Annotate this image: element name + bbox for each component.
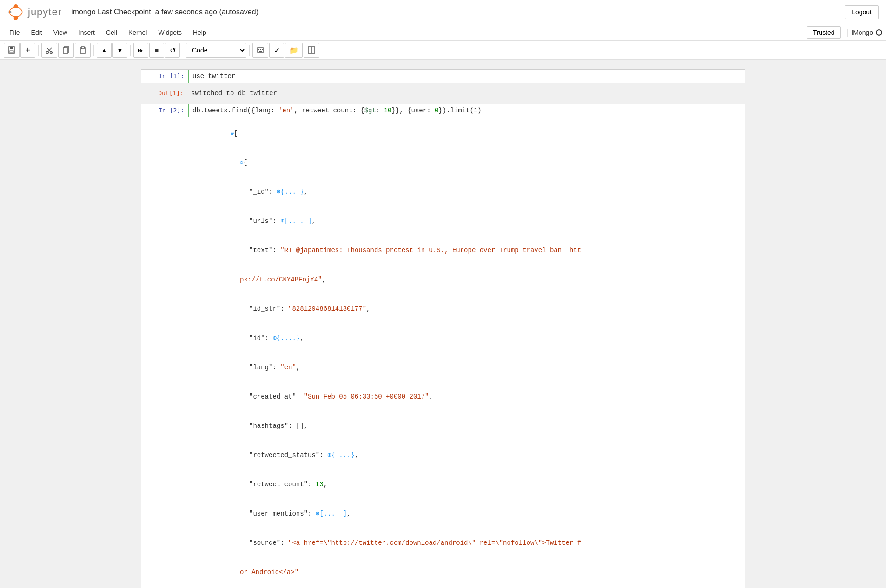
expand-rt-status-btn[interactable]: ⊕{....} bbox=[327, 451, 355, 459]
output-line-created-at: "created_at": "Sun Feb 05 06:33:50 +0000… bbox=[192, 382, 741, 412]
output-line-text-cont: ps://t.co/CNY4BFojY4", bbox=[192, 265, 741, 294]
output-line-id: "_id": ⊕{....}, bbox=[192, 177, 741, 207]
svg-rect-6 bbox=[10, 51, 13, 53]
checkmark-icon: ✓ bbox=[274, 46, 280, 55]
output-line-retweet-count: "retweet_count": 13, bbox=[192, 470, 741, 499]
output-line-source-cont: or Android</a>" bbox=[192, 558, 741, 587]
trusted-button[interactable]: Trusted bbox=[807, 26, 841, 39]
keyboard-shortcuts-button[interactable] bbox=[252, 43, 268, 58]
cell-2-code[interactable]: db.tweets.find({lang: 'en', retweet_coun… bbox=[188, 104, 745, 117]
jupyter-logo-text: jupyter bbox=[28, 6, 62, 18]
toolbar-sep-5 bbox=[249, 45, 250, 56]
save-button[interactable] bbox=[4, 43, 20, 58]
menu-edit[interactable]: Edit bbox=[26, 26, 48, 39]
cell-1-code[interactable]: use twitter bbox=[188, 70, 745, 83]
cell-1-output-text: switched to db twitter bbox=[187, 87, 745, 100]
cell-2-input-area: In [2]: db.tweets.find({lang: 'en', retw… bbox=[141, 104, 745, 117]
cell-2-output: ⊖[ ⊖{ "_id": ⊕{....}, "urls": ⊕[.... ], … bbox=[188, 117, 745, 588]
menu-widgets[interactable]: Widgets bbox=[152, 26, 187, 39]
svg-rect-5 bbox=[10, 47, 13, 49]
expand-mentions-btn[interactable]: ⊕[.... ] bbox=[316, 510, 347, 517]
menubar: File Edit View Insert Cell Kernel Widget… bbox=[0, 24, 886, 41]
fast-forward-button[interactable]: ⏭ bbox=[133, 43, 148, 58]
output-line-lang: "lang": "en", bbox=[192, 353, 741, 382]
header: jupyter imongo Last Checkpoint: a few se… bbox=[0, 0, 886, 24]
kernel-name: IMongo bbox=[851, 29, 873, 36]
menu-insert[interactable]: Insert bbox=[73, 26, 100, 39]
output-line-urls: "urls": ⊕[.... ], bbox=[192, 207, 741, 236]
notebook: In [1]: use twitter Out[1]: switched to … bbox=[0, 60, 886, 588]
paste-button[interactable] bbox=[75, 43, 91, 58]
copy-icon bbox=[62, 46, 70, 54]
output-line-bracket-open: ⊖[ bbox=[192, 119, 741, 148]
logout-button[interactable]: Logout bbox=[845, 5, 879, 19]
jupyter-logo: jupyter bbox=[7, 4, 62, 20]
restart-button[interactable]: ↺ bbox=[165, 43, 180, 58]
menu-view[interactable]: View bbox=[48, 26, 73, 39]
svg-rect-14 bbox=[81, 47, 84, 49]
cut-icon bbox=[46, 46, 53, 54]
menu-help[interactable]: Help bbox=[187, 26, 212, 39]
output-line-source: "source": "<a href=\"http://twitter.com/… bbox=[192, 529, 741, 558]
output-line-text: "text": "RT @japantimes: Thousands prote… bbox=[192, 236, 741, 265]
validate-button[interactable]: ✓ bbox=[269, 43, 284, 58]
cell-1-prompt: In [1]: bbox=[141, 70, 188, 82]
arrow-down-icon: ▼ bbox=[117, 46, 123, 54]
toolbar-sep-4 bbox=[183, 45, 183, 56]
menu-cell[interactable]: Cell bbox=[100, 26, 123, 39]
save-icon bbox=[8, 46, 15, 54]
cell-1-input-area: In [1]: use twitter bbox=[141, 70, 745, 83]
output-line-id2: "id": ⊕{....}, bbox=[192, 324, 741, 353]
add-cell-button[interactable]: + bbox=[20, 43, 35, 58]
menu-kernel[interactable]: Kernel bbox=[123, 26, 152, 39]
toolbar: + ▲ ▼ ⏭ ■ ↺ Code Markdown Raw NBConvert … bbox=[0, 41, 886, 60]
output-line-hashtags: "hashtags": [], bbox=[192, 412, 741, 441]
kernel-separator: | bbox=[846, 27, 849, 37]
plus-icon: + bbox=[26, 46, 31, 54]
copy-button[interactable] bbox=[58, 43, 74, 58]
cell-1: In [1]: use twitter bbox=[141, 69, 745, 83]
toolbar-sep-1 bbox=[38, 45, 39, 56]
cell-1-output-area: Out[1]: switched to db twitter bbox=[141, 87, 745, 100]
menubar-right: Trusted | IMongo bbox=[807, 26, 882, 39]
toolbar-sep-3 bbox=[130, 45, 131, 56]
kernel-status-icon bbox=[876, 29, 882, 36]
svg-rect-12 bbox=[63, 48, 68, 53]
arrow-up-icon: ▲ bbox=[101, 46, 107, 54]
move-up-button[interactable]: ▲ bbox=[97, 43, 112, 58]
output-line-user-mentions: "user_mentions": ⊕[.... ], bbox=[192, 499, 741, 529]
paste-icon bbox=[79, 46, 86, 54]
stop-icon: ■ bbox=[155, 46, 159, 54]
panel-button[interactable] bbox=[304, 43, 319, 58]
fast-forward-icon: ⏭ bbox=[138, 46, 144, 54]
output-line-idstr: "id_str": "828129486814130177", bbox=[192, 294, 741, 324]
move-down-button[interactable]: ▼ bbox=[112, 43, 127, 58]
notebook-container: In [1]: use twitter Out[1]: switched to … bbox=[132, 69, 754, 588]
jupyter-logo-icon bbox=[7, 4, 24, 20]
expand-id2-btn[interactable]: ⊕{....} bbox=[272, 334, 300, 342]
cell-2: In [2]: db.tweets.find({lang: 'en', retw… bbox=[141, 104, 745, 588]
svg-rect-16 bbox=[258, 49, 259, 50]
expand-id-btn[interactable]: ⊕{....} bbox=[277, 188, 304, 196]
folder-button[interactable]: 📁 bbox=[285, 43, 303, 58]
svg-point-3 bbox=[9, 7, 22, 16]
svg-point-2 bbox=[9, 11, 12, 13]
menu-file[interactable]: File bbox=[4, 26, 26, 39]
folder-icon: 📁 bbox=[289, 46, 298, 55]
expand-urls-btn[interactable]: ⊕[.... ] bbox=[280, 217, 311, 225]
restart-icon: ↺ bbox=[170, 46, 176, 55]
notebook-title: imongo Last Checkpoint: a few seconds ag… bbox=[71, 8, 845, 16]
output-line-obj-open: ⊖{ bbox=[192, 148, 741, 177]
toolbar-sep-2 bbox=[93, 45, 94, 56]
cell-1-output-prompt: Out[1]: bbox=[141, 87, 187, 99]
cell-2-prompt: In [2]: bbox=[141, 104, 188, 117]
svg-rect-17 bbox=[260, 49, 261, 50]
stop-button[interactable]: ■ bbox=[149, 43, 164, 58]
cell-type-select[interactable]: Code Markdown Raw NBConvert Heading bbox=[186, 43, 246, 58]
cell-1-output: Out[1]: switched to db twitter bbox=[141, 87, 745, 100]
cut-button[interactable] bbox=[41, 43, 57, 58]
svg-rect-19 bbox=[259, 51, 262, 52]
output-line-retweeted-status: "retweeted_status": ⊕{....}, bbox=[192, 441, 741, 470]
svg-rect-18 bbox=[262, 49, 263, 50]
kernel-info: | IMongo bbox=[846, 27, 882, 37]
